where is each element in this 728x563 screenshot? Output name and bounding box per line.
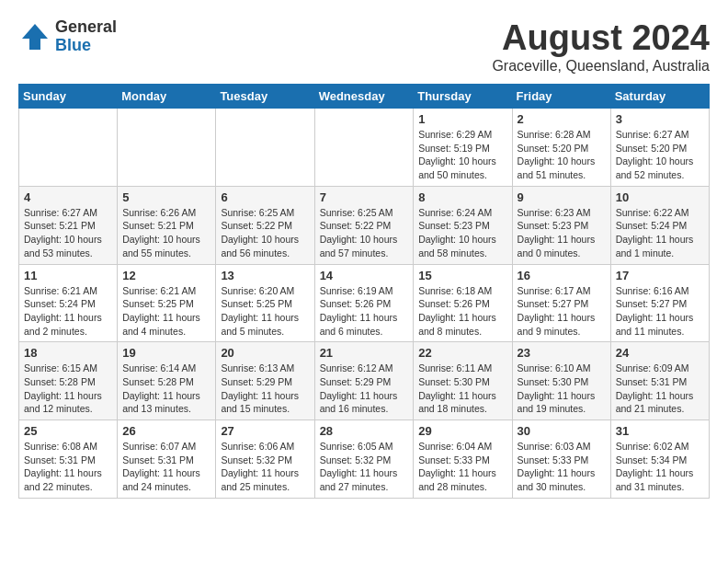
calendar-cell: 22Sunrise: 6:11 AM Sunset: 5:30 PM Dayli… <box>414 342 512 420</box>
day-detail: Sunrise: 6:08 AM Sunset: 5:31 PM Dayligh… <box>24 440 112 494</box>
day-detail: Sunrise: 6:19 AM Sunset: 5:26 PM Dayligh… <box>320 284 409 339</box>
weekday-header-sunday: Sunday <box>19 85 118 109</box>
day-detail: Sunrise: 6:28 AM Sunset: 5:20 PM Dayligh… <box>518 128 606 182</box>
day-detail: Sunrise: 6:23 AM Sunset: 5:23 PM Dayligh… <box>518 206 606 260</box>
calendar-week-row: 25Sunrise: 6:08 AM Sunset: 5:31 PM Dayli… <box>19 420 710 499</box>
calendar-cell: 10Sunrise: 6:22 AM Sunset: 5:24 PM Dayli… <box>610 186 709 264</box>
calendar-cell: 27Sunrise: 6:06 AM Sunset: 5:32 PM Dayli… <box>216 420 314 499</box>
calendar-cell: 2Sunrise: 6:28 AM Sunset: 5:20 PM Daylig… <box>512 109 610 187</box>
day-number: 11 <box>24 269 112 282</box>
calendar-cell: 18Sunrise: 6:15 AM Sunset: 5:28 PM Dayli… <box>19 342 118 420</box>
day-detail: Sunrise: 6:26 AM Sunset: 5:21 PM Dayligh… <box>122 206 210 260</box>
logo: General Blue <box>18 18 117 55</box>
calendar-cell: 7Sunrise: 6:25 AM Sunset: 5:22 PM Daylig… <box>314 186 414 264</box>
calendar-cell: 21Sunrise: 6:12 AM Sunset: 5:29 PM Dayli… <box>314 342 414 420</box>
day-detail: Sunrise: 6:10 AM Sunset: 5:30 PM Dayligh… <box>518 362 606 416</box>
day-number: 18 <box>24 346 112 360</box>
day-number: 2 <box>518 112 606 126</box>
day-number: 20 <box>221 346 309 360</box>
day-detail: Sunrise: 6:15 AM Sunset: 5:28 PM Dayligh… <box>24 362 112 416</box>
day-detail: Sunrise: 6:03 AM Sunset: 5:33 PM Dayligh… <box>518 440 606 494</box>
day-detail: Sunrise: 6:04 AM Sunset: 5:33 PM Dayligh… <box>418 440 506 494</box>
day-number: 13 <box>221 269 309 282</box>
day-detail: Sunrise: 6:13 AM Sunset: 5:29 PM Dayligh… <box>221 362 309 416</box>
day-detail: Sunrise: 6:21 AM Sunset: 5:24 PM Dayligh… <box>24 284 112 339</box>
day-number: 8 <box>418 190 506 204</box>
calendar-cell: 9Sunrise: 6:23 AM Sunset: 5:23 PM Daylig… <box>512 186 610 264</box>
day-number: 24 <box>616 346 704 360</box>
page-header: General Blue August 2024 Graceville, Que… <box>18 18 710 75</box>
calendar-header-row: SundayMondayTuesdayWednesdayThursdayFrid… <box>19 85 710 109</box>
day-number: 31 <box>616 424 704 438</box>
calendar-week-row: 11Sunrise: 6:21 AM Sunset: 5:24 PM Dayli… <box>19 264 710 342</box>
location-title: Graceville, Queensland, Australia <box>492 58 710 75</box>
day-detail: Sunrise: 6:24 AM Sunset: 5:23 PM Dayligh… <box>418 206 506 260</box>
day-detail: Sunrise: 6:21 AM Sunset: 5:25 PM Dayligh… <box>122 284 210 339</box>
calendar-cell <box>19 109 118 187</box>
calendar-cell: 19Sunrise: 6:14 AM Sunset: 5:28 PM Dayli… <box>118 342 216 420</box>
calendar-cell: 11Sunrise: 6:21 AM Sunset: 5:24 PM Dayli… <box>19 264 118 342</box>
day-detail: Sunrise: 6:25 AM Sunset: 5:22 PM Dayligh… <box>221 206 309 260</box>
calendar-cell: 12Sunrise: 6:21 AM Sunset: 5:25 PM Dayli… <box>118 264 216 342</box>
calendar-cell: 20Sunrise: 6:13 AM Sunset: 5:29 PM Dayli… <box>216 342 314 420</box>
day-number: 22 <box>418 346 506 360</box>
day-number: 27 <box>221 424 309 438</box>
day-number: 16 <box>518 269 606 282</box>
calendar-cell: 8Sunrise: 6:24 AM Sunset: 5:23 PM Daylig… <box>414 186 512 264</box>
day-number: 25 <box>24 424 112 438</box>
calendar-cell: 29Sunrise: 6:04 AM Sunset: 5:33 PM Dayli… <box>414 420 512 499</box>
calendar-cell: 24Sunrise: 6:09 AM Sunset: 5:31 PM Dayli… <box>610 342 709 420</box>
day-detail: Sunrise: 6:25 AM Sunset: 5:22 PM Dayligh… <box>320 206 409 260</box>
weekday-header-tuesday: Tuesday <box>216 85 314 109</box>
day-detail: Sunrise: 6:11 AM Sunset: 5:30 PM Dayligh… <box>418 362 506 416</box>
calendar-week-row: 1Sunrise: 6:29 AM Sunset: 5:19 PM Daylig… <box>19 109 710 187</box>
weekday-header-saturday: Saturday <box>610 85 709 109</box>
day-number: 7 <box>320 190 409 204</box>
day-number: 1 <box>418 112 506 126</box>
calendar-cell <box>314 109 414 187</box>
day-number: 4 <box>24 190 112 204</box>
month-title: August 2024 <box>492 18 710 58</box>
day-detail: Sunrise: 6:16 AM Sunset: 5:27 PM Dayligh… <box>616 284 704 339</box>
logo-icon <box>18 20 51 53</box>
calendar-cell: 25Sunrise: 6:08 AM Sunset: 5:31 PM Dayli… <box>19 420 118 499</box>
day-number: 28 <box>320 424 409 438</box>
day-number: 23 <box>518 346 606 360</box>
day-number: 9 <box>518 190 606 204</box>
calendar-cell: 30Sunrise: 6:03 AM Sunset: 5:33 PM Dayli… <box>512 420 610 499</box>
day-detail: Sunrise: 6:05 AM Sunset: 5:32 PM Dayligh… <box>320 440 409 494</box>
day-number: 21 <box>320 346 409 360</box>
calendar-cell: 16Sunrise: 6:17 AM Sunset: 5:27 PM Dayli… <box>512 264 610 342</box>
day-detail: Sunrise: 6:06 AM Sunset: 5:32 PM Dayligh… <box>221 440 309 494</box>
weekday-header-thursday: Thursday <box>414 85 512 109</box>
day-detail: Sunrise: 6:17 AM Sunset: 5:27 PM Dayligh… <box>518 284 606 339</box>
calendar-cell: 31Sunrise: 6:02 AM Sunset: 5:34 PM Dayli… <box>610 420 709 499</box>
calendar-week-row: 18Sunrise: 6:15 AM Sunset: 5:28 PM Dayli… <box>19 342 710 420</box>
day-detail: Sunrise: 6:02 AM Sunset: 5:34 PM Dayligh… <box>616 440 704 494</box>
weekday-header-friday: Friday <box>512 85 610 109</box>
calendar-cell: 17Sunrise: 6:16 AM Sunset: 5:27 PM Dayli… <box>610 264 709 342</box>
day-number: 5 <box>122 190 210 204</box>
calendar-cell: 28Sunrise: 6:05 AM Sunset: 5:32 PM Dayli… <box>314 420 414 499</box>
day-detail: Sunrise: 6:20 AM Sunset: 5:25 PM Dayligh… <box>221 284 309 339</box>
calendar-cell: 5Sunrise: 6:26 AM Sunset: 5:21 PM Daylig… <box>118 186 216 264</box>
day-number: 17 <box>616 269 704 282</box>
calendar-week-row: 4Sunrise: 6:27 AM Sunset: 5:21 PM Daylig… <box>19 186 710 264</box>
calendar-table: SundayMondayTuesdayWednesdayThursdayFrid… <box>18 84 710 499</box>
calendar-cell: 26Sunrise: 6:07 AM Sunset: 5:31 PM Dayli… <box>118 420 216 499</box>
calendar-cell: 14Sunrise: 6:19 AM Sunset: 5:26 PM Dayli… <box>314 264 414 342</box>
calendar-cell: 1Sunrise: 6:29 AM Sunset: 5:19 PM Daylig… <box>414 109 512 187</box>
calendar-cell <box>118 109 216 187</box>
calendar-cell <box>216 109 314 187</box>
day-number: 30 <box>518 424 606 438</box>
day-number: 12 <box>122 269 210 282</box>
day-detail: Sunrise: 6:09 AM Sunset: 5:31 PM Dayligh… <box>616 362 704 416</box>
logo-general-text: General <box>55 18 117 37</box>
day-detail: Sunrise: 6:27 AM Sunset: 5:21 PM Dayligh… <box>24 206 112 260</box>
day-number: 3 <box>616 112 704 126</box>
calendar-cell: 13Sunrise: 6:20 AM Sunset: 5:25 PM Dayli… <box>216 264 314 342</box>
weekday-header-wednesday: Wednesday <box>314 85 414 109</box>
day-detail: Sunrise: 6:07 AM Sunset: 5:31 PM Dayligh… <box>122 440 210 494</box>
day-number: 15 <box>418 269 506 282</box>
day-number: 10 <box>616 190 704 204</box>
